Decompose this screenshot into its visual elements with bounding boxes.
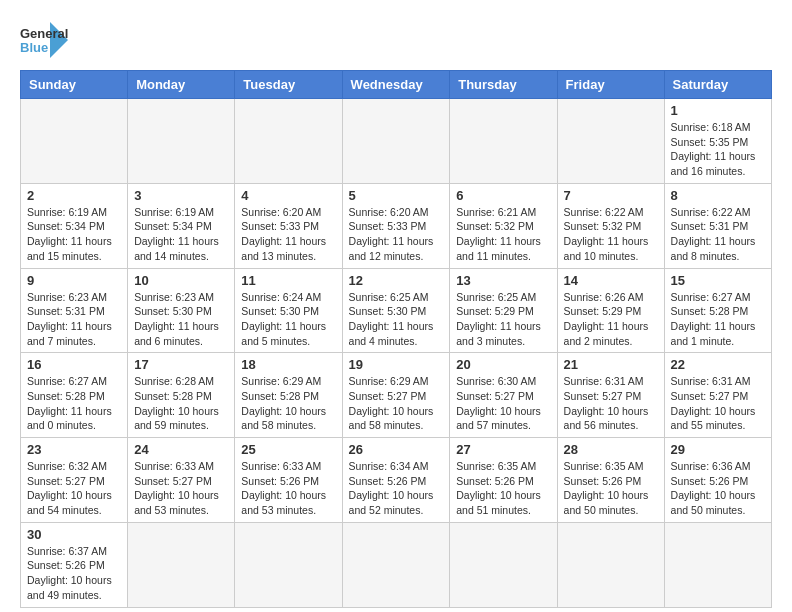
calendar-cell: 6Sunrise: 6:21 AM Sunset: 5:32 PM Daylig… (450, 183, 557, 268)
calendar-cell: 2Sunrise: 6:19 AM Sunset: 5:34 PM Daylig… (21, 183, 128, 268)
day-info: Sunrise: 6:23 AM Sunset: 5:30 PM Dayligh… (134, 290, 228, 349)
weekday-header-monday: Monday (128, 71, 235, 99)
calendar-cell: 10Sunrise: 6:23 AM Sunset: 5:30 PM Dayli… (128, 268, 235, 353)
day-info: Sunrise: 6:25 AM Sunset: 5:29 PM Dayligh… (456, 290, 550, 349)
calendar-cell (21, 99, 128, 184)
day-number: 25 (241, 442, 335, 457)
day-info: Sunrise: 6:19 AM Sunset: 5:34 PM Dayligh… (134, 205, 228, 264)
day-number: 13 (456, 273, 550, 288)
day-info: Sunrise: 6:37 AM Sunset: 5:26 PM Dayligh… (27, 544, 121, 603)
day-info: Sunrise: 6:26 AM Sunset: 5:29 PM Dayligh… (564, 290, 658, 349)
day-number: 16 (27, 357, 121, 372)
calendar-cell (450, 99, 557, 184)
calendar-cell: 9Sunrise: 6:23 AM Sunset: 5:31 PM Daylig… (21, 268, 128, 353)
calendar-cell: 1Sunrise: 6:18 AM Sunset: 5:35 PM Daylig… (664, 99, 771, 184)
day-info: Sunrise: 6:20 AM Sunset: 5:33 PM Dayligh… (349, 205, 444, 264)
day-number: 27 (456, 442, 550, 457)
svg-text:General: General (20, 26, 68, 41)
day-info: Sunrise: 6:22 AM Sunset: 5:32 PM Dayligh… (564, 205, 658, 264)
day-info: Sunrise: 6:27 AM Sunset: 5:28 PM Dayligh… (671, 290, 765, 349)
calendar-cell: 15Sunrise: 6:27 AM Sunset: 5:28 PM Dayli… (664, 268, 771, 353)
calendar-cell (557, 522, 664, 607)
calendar-week-6: 30Sunrise: 6:37 AM Sunset: 5:26 PM Dayli… (21, 522, 772, 607)
calendar-cell: 27Sunrise: 6:35 AM Sunset: 5:26 PM Dayli… (450, 438, 557, 523)
calendar-cell: 14Sunrise: 6:26 AM Sunset: 5:29 PM Dayli… (557, 268, 664, 353)
day-info: Sunrise: 6:35 AM Sunset: 5:26 PM Dayligh… (456, 459, 550, 518)
calendar-week-1: 1Sunrise: 6:18 AM Sunset: 5:35 PM Daylig… (21, 99, 772, 184)
day-number: 6 (456, 188, 550, 203)
day-number: 8 (671, 188, 765, 203)
day-info: Sunrise: 6:21 AM Sunset: 5:32 PM Dayligh… (456, 205, 550, 264)
day-info: Sunrise: 6:34 AM Sunset: 5:26 PM Dayligh… (349, 459, 444, 518)
calendar-cell: 17Sunrise: 6:28 AM Sunset: 5:28 PM Dayli… (128, 353, 235, 438)
day-info: Sunrise: 6:31 AM Sunset: 5:27 PM Dayligh… (564, 374, 658, 433)
day-number: 22 (671, 357, 765, 372)
calendar-cell: 29Sunrise: 6:36 AM Sunset: 5:26 PM Dayli… (664, 438, 771, 523)
day-info: Sunrise: 6:24 AM Sunset: 5:30 PM Dayligh… (241, 290, 335, 349)
calendar-cell (235, 99, 342, 184)
weekday-header-thursday: Thursday (450, 71, 557, 99)
day-info: Sunrise: 6:29 AM Sunset: 5:28 PM Dayligh… (241, 374, 335, 433)
calendar-cell: 11Sunrise: 6:24 AM Sunset: 5:30 PM Dayli… (235, 268, 342, 353)
day-info: Sunrise: 6:33 AM Sunset: 5:27 PM Dayligh… (134, 459, 228, 518)
day-info: Sunrise: 6:22 AM Sunset: 5:31 PM Dayligh… (671, 205, 765, 264)
day-number: 5 (349, 188, 444, 203)
day-info: Sunrise: 6:31 AM Sunset: 5:27 PM Dayligh… (671, 374, 765, 433)
day-number: 14 (564, 273, 658, 288)
calendar-cell: 30Sunrise: 6:37 AM Sunset: 5:26 PM Dayli… (21, 522, 128, 607)
day-info: Sunrise: 6:35 AM Sunset: 5:26 PM Dayligh… (564, 459, 658, 518)
day-number: 10 (134, 273, 228, 288)
day-number: 3 (134, 188, 228, 203)
page-header: GeneralBlue (20, 20, 772, 60)
calendar-cell (557, 99, 664, 184)
day-number: 19 (349, 357, 444, 372)
logo-svg: GeneralBlue (20, 20, 70, 60)
calendar-cell: 5Sunrise: 6:20 AM Sunset: 5:33 PM Daylig… (342, 183, 450, 268)
calendar-cell: 19Sunrise: 6:29 AM Sunset: 5:27 PM Dayli… (342, 353, 450, 438)
calendar-cell: 22Sunrise: 6:31 AM Sunset: 5:27 PM Dayli… (664, 353, 771, 438)
calendar-cell (128, 99, 235, 184)
day-number: 17 (134, 357, 228, 372)
day-info: Sunrise: 6:20 AM Sunset: 5:33 PM Dayligh… (241, 205, 335, 264)
calendar-cell (450, 522, 557, 607)
day-info: Sunrise: 6:36 AM Sunset: 5:26 PM Dayligh… (671, 459, 765, 518)
day-number: 12 (349, 273, 444, 288)
day-number: 23 (27, 442, 121, 457)
calendar-cell: 12Sunrise: 6:25 AM Sunset: 5:30 PM Dayli… (342, 268, 450, 353)
calendar-table: SundayMondayTuesdayWednesdayThursdayFrid… (20, 70, 772, 608)
day-number: 24 (134, 442, 228, 457)
day-info: Sunrise: 6:33 AM Sunset: 5:26 PM Dayligh… (241, 459, 335, 518)
day-info: Sunrise: 6:18 AM Sunset: 5:35 PM Dayligh… (671, 120, 765, 179)
calendar-cell (342, 99, 450, 184)
calendar-week-4: 16Sunrise: 6:27 AM Sunset: 5:28 PM Dayli… (21, 353, 772, 438)
day-info: Sunrise: 6:32 AM Sunset: 5:27 PM Dayligh… (27, 459, 121, 518)
calendar-week-2: 2Sunrise: 6:19 AM Sunset: 5:34 PM Daylig… (21, 183, 772, 268)
day-info: Sunrise: 6:19 AM Sunset: 5:34 PM Dayligh… (27, 205, 121, 264)
day-info: Sunrise: 6:28 AM Sunset: 5:28 PM Dayligh… (134, 374, 228, 433)
day-number: 11 (241, 273, 335, 288)
calendar-cell: 8Sunrise: 6:22 AM Sunset: 5:31 PM Daylig… (664, 183, 771, 268)
calendar-cell: 18Sunrise: 6:29 AM Sunset: 5:28 PM Dayli… (235, 353, 342, 438)
calendar-cell: 20Sunrise: 6:30 AM Sunset: 5:27 PM Dayli… (450, 353, 557, 438)
calendar-cell (235, 522, 342, 607)
weekday-header-sunday: Sunday (21, 71, 128, 99)
day-number: 30 (27, 527, 121, 542)
day-number: 18 (241, 357, 335, 372)
day-number: 20 (456, 357, 550, 372)
calendar-week-5: 23Sunrise: 6:32 AM Sunset: 5:27 PM Dayli… (21, 438, 772, 523)
calendar-week-3: 9Sunrise: 6:23 AM Sunset: 5:31 PM Daylig… (21, 268, 772, 353)
calendar-cell: 16Sunrise: 6:27 AM Sunset: 5:28 PM Dayli… (21, 353, 128, 438)
logo: GeneralBlue (20, 20, 70, 60)
day-number: 2 (27, 188, 121, 203)
calendar-cell (342, 522, 450, 607)
calendar-cell (128, 522, 235, 607)
calendar-cell: 28Sunrise: 6:35 AM Sunset: 5:26 PM Dayli… (557, 438, 664, 523)
svg-text:Blue: Blue (20, 40, 48, 55)
day-number: 9 (27, 273, 121, 288)
day-number: 28 (564, 442, 658, 457)
calendar-cell (664, 522, 771, 607)
calendar-header-row: SundayMondayTuesdayWednesdayThursdayFrid… (21, 71, 772, 99)
day-info: Sunrise: 6:30 AM Sunset: 5:27 PM Dayligh… (456, 374, 550, 433)
day-number: 15 (671, 273, 765, 288)
day-info: Sunrise: 6:27 AM Sunset: 5:28 PM Dayligh… (27, 374, 121, 433)
